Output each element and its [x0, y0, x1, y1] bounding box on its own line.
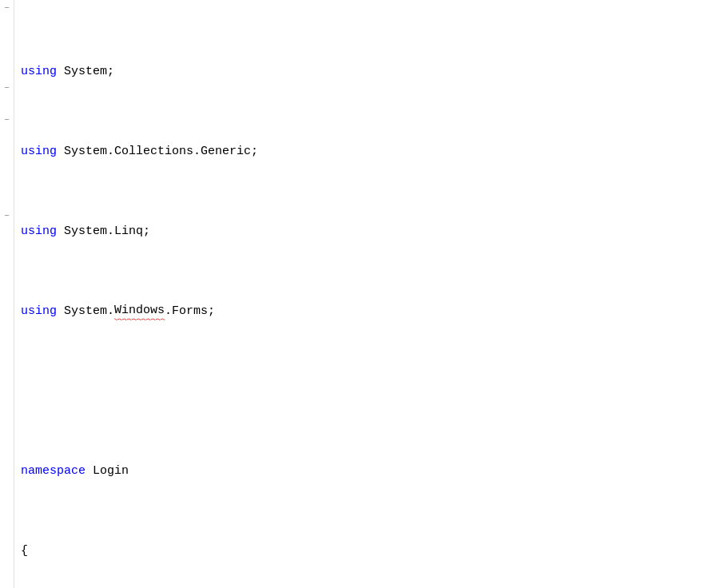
brace-open-0: {	[21, 543, 28, 559]
gutter: − − − − − − −	[0, 0, 14, 588]
space-3: System.Linq;	[57, 224, 150, 240]
windows-squiggly: Windows	[114, 303, 165, 320]
code-content: using System; using System.Collections.G…	[14, 0, 728, 588]
fold-marker-8[interactable]: −	[2, 112, 13, 128]
fold-marker-1[interactable]: −	[2, 0, 13, 16]
keyword-using-2: using	[21, 144, 57, 160]
line-1: using System;	[21, 64, 728, 80]
line-6: namespace Login	[21, 463, 728, 479]
line-7: {	[21, 543, 728, 559]
system-1: System;	[64, 64, 114, 80]
keyword-using-4: using	[21, 304, 57, 320]
space-2: System.Collections.Generic;	[57, 144, 258, 160]
line-2: using System.Collections.Generic;	[21, 144, 728, 160]
keyword-using-1: using	[21, 64, 57, 80]
space-4: System.	[57, 304, 114, 320]
fold-marker-14[interactable]: −	[2, 208, 13, 224]
line-3: using System.Linq;	[21, 224, 728, 240]
fold-marker-6[interactable]: −	[2, 80, 13, 96]
keyword-using-3: using	[21, 224, 57, 240]
code-area: − − − − − − − usin	[0, 0, 728, 588]
code-editor: − − − − − − − usin	[0, 0, 728, 588]
line-5	[21, 383, 728, 399]
space-1	[57, 64, 64, 80]
forms-text: .Forms;	[165, 304, 215, 320]
space-ns	[86, 463, 93, 479]
line-4: using System.Windows.Forms;	[21, 304, 728, 320]
keyword-namespace: namespace	[21, 463, 86, 479]
ns-name: Login	[93, 463, 129, 479]
